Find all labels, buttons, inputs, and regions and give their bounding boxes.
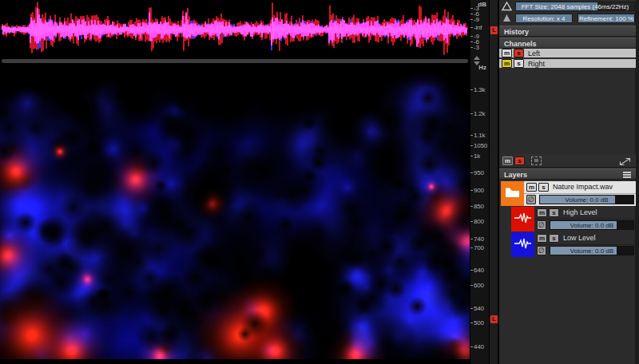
layer-mute-button[interactable]: m (537, 234, 547, 243)
master-mute-button[interactable]: m (502, 156, 513, 165)
channel-solo-button[interactable]: s (514, 49, 524, 57)
refinement-label: Refinement: 100 % (578, 14, 634, 23)
waveform-overview[interactable] (0, 0, 470, 57)
freq-tick-640: 640 (470, 267, 484, 274)
folder-icon (505, 187, 520, 201)
scale-column: dB -3-6-9-inf-9-6-3 Hz 1.3k1.2k1.1k10501… (470, 0, 489, 364)
layer-phase-button[interactable]: ∅ (537, 246, 546, 255)
layer-phase-button[interactable]: ∅ (526, 195, 536, 204)
volume-label: Volume: 0.0 dB (550, 221, 633, 230)
refinement-slider[interactable]: Refinement: 100 % (577, 14, 635, 23)
resolution-slider[interactable]: Resolution: x 4 (515, 14, 573, 23)
freq-tick-1.2k: 1.2k (470, 110, 485, 117)
channels-panel-header[interactable]: Channels (499, 38, 636, 49)
layer-volume-slider[interactable]: Volume: 0.0 dB (550, 220, 634, 230)
channel-solo-button[interactable]: s (514, 59, 524, 68)
freq-tick-500: 500 (470, 319, 484, 326)
layer-row-group[interactable]: msNature Impact.wav∅Volume: 0.0 dB (499, 181, 636, 207)
peak-solid-icon[interactable] (502, 14, 511, 22)
layer-name: High Level (563, 207, 597, 219)
layer-row-low-level[interactable]: msLow Level∅Volume: 0.0 dB (499, 232, 636, 258)
layer-solo-button[interactable]: s (549, 208, 559, 217)
impact-icon (514, 238, 531, 252)
channel-row-left[interactable]: msLeft (499, 49, 636, 58)
volume-label: Volume: 0.0 dB (540, 196, 633, 204)
layer-solo-button[interactable]: s (538, 183, 549, 192)
freq-tick-1.1k: 1.1k (470, 132, 485, 139)
layer-body[interactable]: msHigh Level∅Volume: 0.0 dB (534, 207, 636, 231)
freq-tick-800: 800 (470, 218, 484, 225)
layer-name: Nature Impact.wav (553, 181, 613, 193)
layer-body[interactable]: msLow Level∅Volume: 0.0 dB (534, 232, 636, 257)
history-panel-header[interactable]: History (499, 26, 636, 37)
master-strip: m s (499, 154, 636, 168)
freq-tick-1k: 1k (470, 152, 480, 160)
side-panel: FFT Size: 2048 samples (46ms/22Hz) Resol… (498, 0, 639, 364)
layer-volume-slider[interactable]: Volume: 0.0 dB (550, 246, 634, 255)
layer-row-high-level[interactable]: msHigh Level∅Volume: 0.0 dB (499, 207, 636, 232)
layer-body[interactable]: msNature Impact.wav∅Volume: 0.0 dB (524, 181, 636, 206)
layer-marker-1[interactable]: L (490, 315, 498, 323)
layer-phase-button[interactable]: ∅ (537, 220, 546, 230)
channel-row-right[interactable]: msRight (499, 59, 636, 69)
channel-mute-button[interactable]: m (502, 59, 512, 68)
freq-tick-440: 440 (470, 343, 484, 350)
layer-marker-0[interactable]: L (490, 26, 498, 34)
audio-editor-window: dB -3-6-9-inf-9-6-3 Hz 1.3k1.2k1.1k10501… (0, 0, 639, 364)
fft-size-slider[interactable]: FFT Size: 2048 samples (46ms/22Hz) (515, 2, 635, 11)
freq-tick-700: 700 (470, 244, 484, 251)
channel-name: Right (528, 59, 545, 69)
master-solo-button[interactable]: s (514, 156, 525, 165)
scale-spinner-up-icon[interactable] (474, 56, 480, 60)
freq-tick-1.3k: 1.3k (470, 86, 485, 93)
layers-panel-header[interactable]: Layers (499, 168, 636, 180)
db-tick--inf: -inf (470, 24, 482, 31)
layer-mute-button[interactable]: m (526, 183, 537, 192)
hz-axis-label: Hz (478, 64, 486, 71)
spectrogram-view[interactable] (0, 67, 470, 359)
channels-title: Channels (504, 40, 537, 48)
channel-name: Left (528, 49, 540, 58)
fft-size-label: FFT Size: 2048 samples (46ms/22Hz) (516, 2, 634, 11)
layer-solo-button[interactable]: s (549, 234, 559, 243)
timeline-scrollbar[interactable] (2, 59, 468, 63)
freq-tick-600: 600 (470, 282, 484, 289)
layer-color-chip[interactable] (501, 181, 524, 206)
layer-color-chip[interactable] (511, 232, 534, 257)
db-tick--9: -9 (470, 16, 479, 23)
layer-mute-button[interactable]: m (537, 208, 547, 217)
volume-label: Volume: 0.0 dB (550, 247, 633, 255)
selection-icon[interactable] (531, 156, 542, 165)
layer-color-chip[interactable] (511, 207, 534, 231)
db-tick--3: -3 (470, 44, 479, 51)
freq-tick-850: 850 (470, 203, 484, 210)
layer-name: Low Level (563, 232, 596, 244)
freq-tick-740: 740 (470, 235, 484, 243)
channel-mute-button[interactable]: m (502, 49, 512, 57)
vertical-scrollbar[interactable]: LL (489, 0, 498, 364)
freq-tick-950: 950 (470, 169, 484, 176)
transfer-diagonal-icon[interactable] (619, 157, 631, 166)
freq-tick-900: 900 (470, 187, 484, 194)
impact-icon (514, 212, 531, 227)
layers-title: Layers (504, 171, 527, 179)
history-title: History (504, 28, 529, 36)
freq-tick-540: 540 (470, 305, 484, 312)
peak-outline-icon[interactable] (502, 2, 512, 11)
resolution-label: Resolution: x 4 (516, 14, 572, 23)
layer-volume-slider[interactable]: Volume: 0.0 dB (539, 195, 634, 204)
layers-menu-icon[interactable] (623, 172, 631, 178)
freq-tick-1050: 1050 (470, 142, 487, 149)
